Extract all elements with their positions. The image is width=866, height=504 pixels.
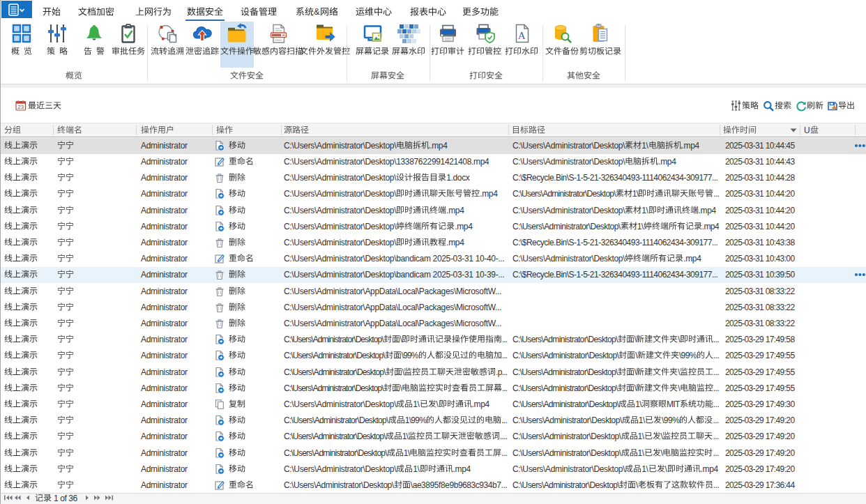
svg-text:A: A [518,30,526,41]
svg-text:23: 23 [17,104,24,110]
